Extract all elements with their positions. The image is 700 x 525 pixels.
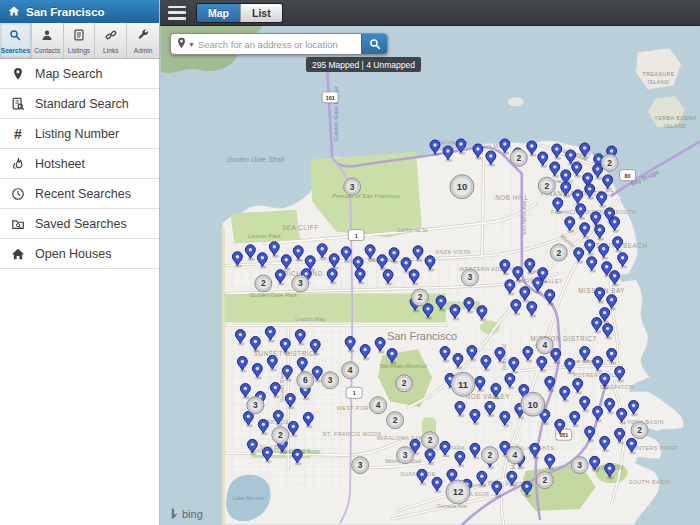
listing-pin[interactable] [273, 410, 283, 426]
listing-cluster[interactable]: 2 [601, 154, 618, 171]
listing-pin[interactable] [440, 347, 450, 363]
listing-pin[interactable] [425, 256, 435, 272]
listing-cluster[interactable]: 2 [412, 289, 429, 306]
listing-pin[interactable] [507, 471, 517, 487]
listing-pin[interactable] [252, 364, 262, 380]
listing-pin[interactable] [275, 270, 285, 286]
listing-pin[interactable] [389, 248, 399, 264]
listing-cluster[interactable]: 2 [396, 375, 413, 392]
listing-pin[interactable] [513, 267, 523, 283]
listing-pin[interactable] [269, 242, 279, 258]
listing-cluster[interactable]: 2 [481, 447, 498, 464]
listing-pin[interactable] [615, 428, 625, 444]
listing-pin[interactable] [605, 398, 615, 414]
map-search-button[interactable] [361, 34, 387, 54]
listing-pin[interactable] [310, 340, 320, 356]
listing-pin[interactable] [525, 259, 535, 275]
listing-pin[interactable] [423, 304, 433, 320]
listing-pin[interactable] [522, 481, 532, 497]
listing-cluster[interactable]: 2 [510, 149, 527, 166]
listing-pin[interactable] [600, 374, 610, 390]
listing-cluster[interactable]: 4 [536, 337, 553, 354]
listing-pin[interactable] [551, 349, 561, 365]
map-canvas[interactable]: Golden Gate StraitTREASUREISLANDYERBA BU… [160, 26, 700, 525]
listing-pin[interactable] [383, 270, 393, 286]
listing-pin[interactable] [267, 356, 277, 372]
menu-item-recent-searches[interactable]: Recent Searches [0, 179, 159, 209]
listing-pin[interactable] [485, 401, 495, 417]
listing-pin[interactable] [511, 300, 521, 316]
listing-pin[interactable] [270, 382, 280, 398]
listing-pin[interactable] [486, 151, 496, 167]
listing-pin[interactable] [565, 217, 575, 233]
listing-pin[interactable] [491, 383, 501, 399]
listing-pin[interactable] [327, 269, 337, 285]
listing-pin[interactable] [473, 144, 483, 160]
listing-cluster[interactable]: 2 [631, 422, 648, 439]
listing-pin[interactable] [599, 244, 609, 260]
listing-pin[interactable] [432, 477, 442, 493]
listing-pin[interactable] [329, 254, 339, 270]
listing-pin[interactable] [537, 357, 547, 373]
listing-cluster[interactable]: 3 [292, 275, 309, 292]
listing-pin[interactable] [288, 421, 298, 437]
tab-contacts[interactable]: Contacts [32, 23, 64, 58]
listing-pin[interactable] [580, 223, 590, 239]
listing-pin[interactable] [365, 245, 375, 261]
listing-pin[interactable] [345, 337, 355, 353]
listing-pin[interactable] [375, 338, 385, 354]
listing-pin[interactable] [552, 144, 562, 160]
listing-pin[interactable] [464, 298, 474, 314]
listing-pin[interactable] [475, 376, 485, 392]
listing-pin[interactable] [590, 456, 600, 472]
listing-pin[interactable] [232, 252, 242, 268]
listing-pin[interactable] [587, 257, 597, 273]
listing-pin[interactable] [262, 447, 272, 463]
listing-pin[interactable] [500, 411, 510, 427]
listing-pin[interactable] [265, 327, 275, 343]
listing-pin[interactable] [618, 253, 628, 269]
listing-pin[interactable] [580, 143, 590, 159]
listing-pin[interactable] [257, 253, 267, 269]
listing-cluster[interactable]: 4 [506, 447, 523, 464]
listing-pin[interactable] [538, 152, 548, 168]
listing-pin[interactable] [280, 339, 290, 355]
listing-pin[interactable] [456, 139, 466, 155]
listing-pin[interactable] [593, 406, 603, 422]
tab-admin[interactable]: Admin [127, 23, 159, 58]
menu-item-saved-searches[interactable]: Saved Searches [0, 209, 159, 239]
listing-pin[interactable] [492, 481, 502, 497]
listing-pin[interactable] [243, 411, 253, 427]
listing-cluster[interactable]: 3 [571, 457, 588, 474]
listing-pin[interactable] [281, 255, 291, 271]
listing-pin[interactable] [453, 354, 463, 370]
listing-pin[interactable] [360, 345, 370, 361]
listing-pin[interactable] [533, 278, 543, 294]
listing-pin[interactable] [292, 449, 302, 465]
listing-pin[interactable] [580, 347, 590, 363]
listing-pin[interactable] [303, 412, 313, 428]
app-header[interactable]: San Francisco [0, 0, 159, 23]
listing-pin[interactable] [409, 270, 419, 286]
listing-pin[interactable] [317, 244, 327, 260]
listing-pin[interactable] [355, 269, 365, 285]
listing-pin[interactable] [530, 443, 540, 459]
listing-pin[interactable] [387, 349, 397, 365]
listing-pin[interactable] [572, 162, 582, 178]
listing-pin[interactable] [455, 401, 465, 417]
listing-pin[interactable] [607, 349, 617, 365]
listing-cluster[interactable]: 10 [450, 175, 474, 199]
menu-item-standard-search[interactable]: Standard Search [0, 89, 159, 119]
listing-pin[interactable] [527, 141, 537, 157]
listing-cluster[interactable]: 3 [322, 372, 339, 389]
menu-item-hotsheet[interactable]: Hotsheet [0, 149, 159, 179]
listing-cluster[interactable]: 11 [451, 372, 475, 396]
listing-pin[interactable] [505, 374, 515, 390]
listing-cluster[interactable]: 3 [247, 397, 264, 414]
listing-pin[interactable] [450, 305, 460, 321]
listing-pin[interactable] [436, 296, 446, 312]
listing-pin[interactable] [629, 400, 639, 416]
listing-pin[interactable] [477, 306, 487, 322]
listing-pin[interactable] [610, 217, 620, 233]
listing-cluster[interactable]: 2 [387, 412, 404, 429]
